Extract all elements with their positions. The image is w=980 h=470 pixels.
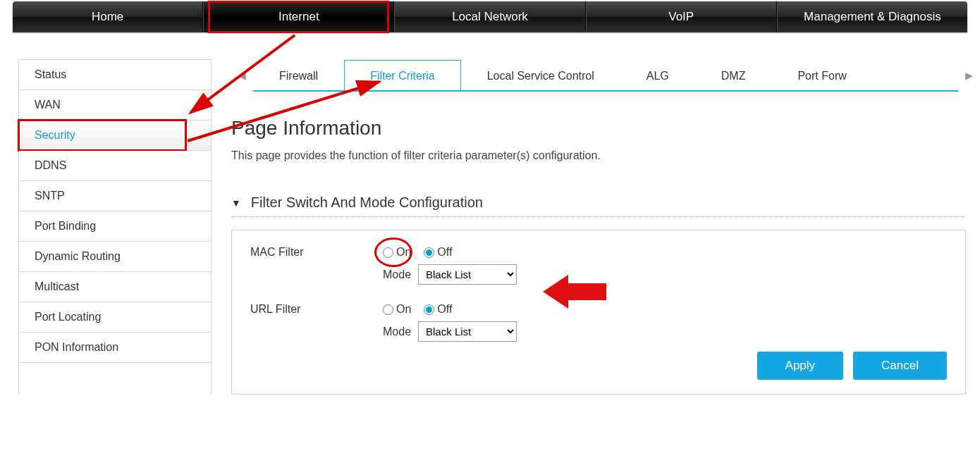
sidebar-item-label: Port Locating [35, 311, 101, 323]
url-mode-row: Mode Black List White List [250, 321, 947, 342]
nav-label: Management & Diagnosis [804, 10, 941, 24]
url-mode-select[interactable]: Black List White List [418, 321, 517, 342]
nav-label: Internet [278, 10, 319, 24]
url-filter-on-option[interactable]: On [383, 303, 411, 316]
sidebar-item-label: Port Binding [35, 220, 96, 233]
url-mode-label: Mode [383, 326, 411, 338]
mac-filter-label: MAC Filter [250, 246, 383, 259]
sidebar-item-port-binding[interactable]: Port Binding [19, 211, 211, 242]
radio-text: Off [437, 303, 452, 316]
sidebar-item-pon-information[interactable]: PON Information [19, 333, 211, 363]
radio-text: On [396, 303, 411, 316]
mac-filter-radio-group: On Off [383, 246, 462, 259]
nav-internet[interactable]: Internet [203, 1, 394, 32]
url-filter-off-radio[interactable] [424, 304, 434, 315]
nav-label: Local Network [452, 10, 528, 24]
tab-scroll-left-icon[interactable]: ◀ [231, 70, 253, 81]
sidebar-item-label: WAN [35, 99, 61, 111]
tab-port-forwarding[interactable]: Port Forw [771, 60, 872, 91]
divider [231, 216, 966, 217]
sidebar-item-label: DDNS [35, 159, 66, 172]
sidebar-item-ddns[interactable]: DDNS [19, 151, 211, 181]
sidebar-item-label: Status [35, 68, 66, 81]
tab-dmz[interactable]: DMZ [695, 60, 772, 91]
nav-label: Home [92, 10, 123, 24]
sidebar-item-sntp[interactable]: SNTP [19, 181, 211, 211]
annotation-arrow-3 [543, 271, 613, 313]
sidebar-item-multicast[interactable]: Multicast [19, 272, 211, 302]
sidebar-item-label: PON Information [35, 341, 118, 354]
nav-label: VoIP [668, 10, 694, 24]
sidebar-item-port-locating[interactable]: Port Locating [19, 302, 211, 333]
sidebar-item-dynamic-routing[interactable]: Dynamic Routing [19, 242, 211, 272]
page-description: This page provides the function of filte… [231, 149, 980, 162]
url-filter-off-option[interactable]: Off [424, 303, 452, 316]
section-toggle[interactable]: ▼ Filter Switch And Mode Configuration [231, 194, 980, 211]
sidebar-item-label: Security [35, 129, 75, 142]
cancel-button[interactable]: Cancel [853, 352, 947, 380]
mac-mode-label: Mode [383, 268, 411, 281]
sidebar-item-status[interactable]: Status [19, 60, 211, 90]
tab-filter-criteria[interactable]: Filter Criteria [344, 60, 461, 91]
nav-management-diagnosis[interactable]: Management & Diagnosis [777, 1, 967, 32]
tab-alg[interactable]: ALG [620, 60, 695, 91]
tab-label: Filter Criteria [370, 70, 435, 82]
triangle-down-icon: ▼ [231, 197, 241, 209]
url-filter-radio-group: On Off [383, 303, 462, 316]
url-filter-on-radio[interactable] [383, 304, 393, 315]
sidebar-item-label: Multicast [35, 280, 79, 293]
tab-firewall[interactable]: Firewall [253, 60, 344, 91]
apply-button[interactable]: Apply [757, 352, 844, 380]
sidebar-item-label: Dynamic Routing [35, 250, 121, 263]
main-area: ◀ Firewall Filter Criteria Local Service… [231, 59, 980, 395]
button-row: Apply Cancel [250, 352, 947, 380]
sidebar: Status WAN Security DDNS SNTP Port Bindi… [18, 59, 212, 395]
tab-label: Port Forw [797, 70, 846, 82]
mac-filter-row: MAC Filter On Off [250, 246, 947, 259]
tab-label: Firewall [279, 70, 318, 82]
tab-label: ALG [647, 70, 669, 82]
nav-home[interactable]: Home [13, 1, 203, 32]
tab-local-service-control[interactable]: Local Service Control [461, 60, 620, 91]
mac-filter-off-option[interactable]: Off [424, 246, 452, 259]
svg-marker-2 [543, 275, 606, 309]
section-title: Filter Switch And Mode Configuration [251, 194, 483, 211]
tab-label: DMZ [721, 70, 746, 82]
sidebar-item-security[interactable]: Security [19, 120, 211, 151]
tab-label: Local Service Control [487, 70, 594, 82]
radio-text: Off [437, 246, 452, 259]
nav-local-network[interactable]: Local Network [394, 1, 585, 32]
tabs: Firewall Filter Criteria Local Service C… [253, 59, 958, 92]
annotation-circle [374, 237, 412, 267]
mac-mode-select[interactable]: Black List White List [418, 264, 517, 285]
url-filter-label: URL Filter [250, 303, 383, 316]
tabs-row: ◀ Firewall Filter Criteria Local Service… [231, 59, 980, 92]
sidebar-item-label: SNTP [35, 190, 65, 202]
top-nav: Home Internet Local Network VoIP Managem… [13, 1, 967, 32]
tab-scroll-right-icon[interactable]: ▶ [958, 70, 980, 81]
page-title: Page Information [231, 117, 980, 140]
sidebar-item-wan[interactable]: WAN [19, 90, 211, 120]
nav-voip[interactable]: VoIP [586, 1, 777, 32]
mac-filter-off-radio[interactable] [424, 247, 434, 258]
